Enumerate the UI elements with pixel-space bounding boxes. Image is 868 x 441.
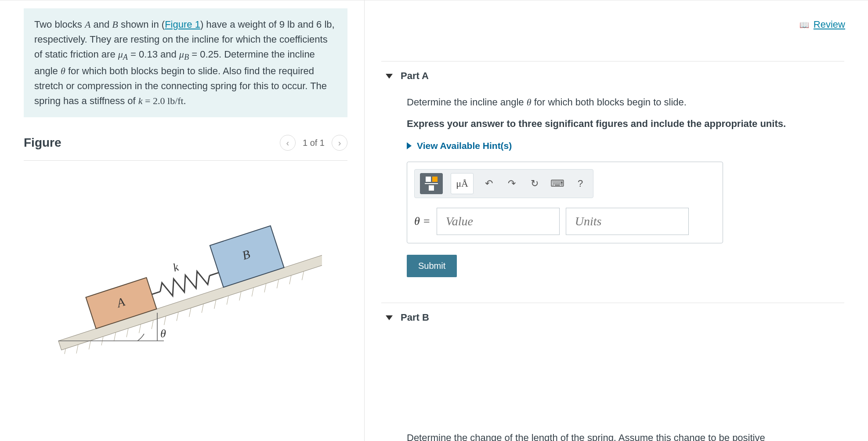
figure-counter: 1 of 1 [300, 138, 327, 148]
figure-title: Figure [24, 136, 61, 150]
svg-line-5 [111, 333, 118, 341]
part-a-title: Part A [401, 70, 429, 82]
svg-line-11 [187, 308, 193, 317]
part-a-prompt: Determine the incline angle θ for which … [407, 95, 844, 109]
fraction-icon [425, 177, 438, 191]
reset-icon[interactable]: ↻ [527, 178, 542, 189]
redo-icon[interactable]: ↷ [504, 178, 519, 189]
figure-link[interactable]: Figure 1 [165, 19, 200, 30]
part-b-header[interactable]: Part B [381, 303, 844, 332]
svg-line-20 [299, 271, 306, 280]
text: = 0.13 and [128, 49, 179, 60]
figure-next-button[interactable]: › [332, 135, 347, 151]
submit-button[interactable]: Submit [407, 255, 457, 277]
svg-line-6 [124, 329, 130, 337]
part-b-title: Part B [401, 312, 429, 323]
part-a-header[interactable]: Part A [381, 61, 844, 90]
special-chars-button[interactable]: μÅ [451, 173, 474, 194]
svg-line-23 [152, 292, 160, 294]
k-var: k [138, 95, 143, 106]
undo-icon[interactable]: ↶ [481, 178, 496, 189]
svg-line-19 [287, 275, 293, 284]
problem-statement: Two blocks A and B shown in (Figure 1) h… [24, 8, 347, 117]
answer-variable-label: θ = [414, 215, 430, 228]
theta: θ [61, 65, 65, 76]
svg-line-18 [274, 280, 281, 289]
svg-text:θ: θ [160, 327, 166, 340]
book-icon [799, 19, 809, 30]
part-b-cutoff-text: Determine the change of the length of th… [407, 432, 765, 441]
value-input[interactable] [437, 208, 560, 235]
svg-line-7 [136, 324, 143, 333]
svg-line-14 [224, 296, 231, 305]
keyboard-icon[interactable]: ⌨ [550, 178, 565, 189]
part-a-instructions: Express your answer to three significant… [407, 116, 844, 131]
svg-line-13 [212, 300, 218, 309]
svg-line-9 [162, 316, 168, 325]
text: shown in ( [118, 19, 165, 30]
svg-line-24 [209, 273, 218, 276]
figure-header: Figure ‹ 1 of 1 › [24, 130, 347, 161]
svg-text:k: k [171, 260, 180, 274]
part-a: Part A Determine the incline angle θ for… [381, 61, 844, 285]
text: and [90, 19, 112, 30]
svg-line-3 [86, 341, 93, 350]
units-input[interactable] [566, 208, 689, 235]
answer-toolbar: μÅ ↶ ↷ ↻ ⌨ ? [414, 169, 593, 198]
answer-box: μÅ ↶ ↷ ↻ ⌨ ? θ = [407, 162, 723, 243]
caret-down-icon [386, 74, 393, 79]
hints-label: View Available Hint(s) [417, 141, 512, 151]
mu-b: μ [179, 49, 184, 60]
help-icon[interactable]: ? [573, 178, 588, 189]
mu-a-sub: A [123, 53, 128, 62]
var-a: A [85, 19, 90, 30]
svg-line-16 [249, 288, 256, 296]
hints-toggle[interactable]: View Available Hint(s) [407, 141, 512, 151]
fraction-tool-button[interactable] [420, 173, 443, 194]
caret-down-icon [386, 315, 393, 320]
mu-a: μ [118, 49, 123, 60]
figure-prev-button[interactable]: ‹ [280, 135, 296, 151]
review-label: Review [814, 19, 845, 30]
svg-line-8 [149, 320, 156, 329]
svg-line-15 [237, 292, 243, 300]
mu-b-sub: B [184, 53, 189, 62]
text: Two blocks [34, 19, 85, 30]
caret-right-icon [407, 142, 412, 149]
svg-line-17 [262, 284, 268, 293]
part-b: Part B [381, 303, 844, 332]
svg-line-2 [74, 345, 80, 354]
var-b: B [112, 19, 118, 30]
svg-line-10 [174, 312, 181, 321]
figure-nav: ‹ 1 of 1 › [280, 135, 347, 151]
svg-line-12 [199, 304, 206, 313]
review-link[interactable]: Review [799, 19, 845, 30]
figure-diagram: A k B θ [24, 178, 347, 356]
k-eq: = 2.0 lb/ft. [143, 95, 186, 106]
